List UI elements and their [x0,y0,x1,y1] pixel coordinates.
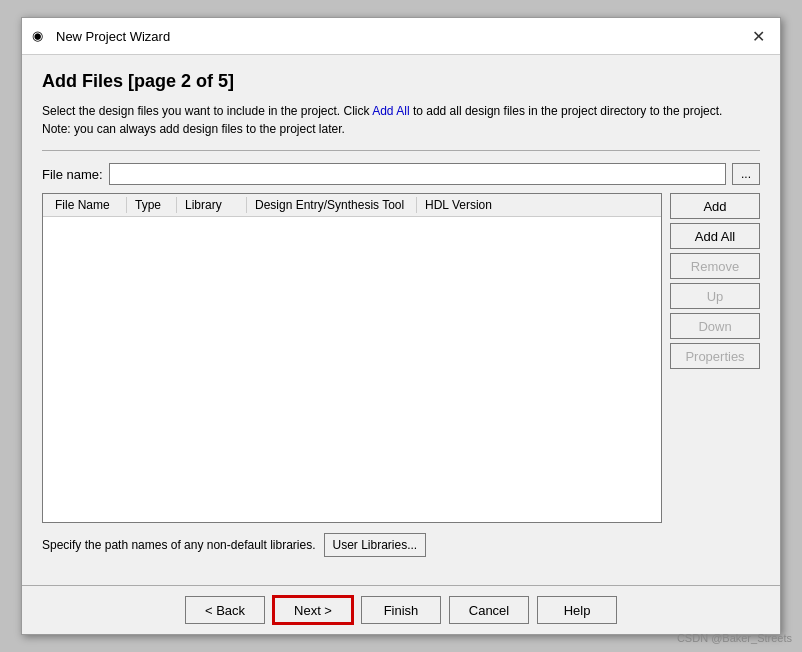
down-button[interactable]: Down [670,313,760,339]
file-table: File Name Type Library Design Entry/Synt… [42,193,662,523]
libraries-text: Specify the path names of any non-defaul… [42,538,316,552]
description-text: Select the design files you want to incl… [42,102,760,138]
main-area: File Name Type Library Design Entry/Synt… [42,193,760,523]
watermark: CSDN @Baker_Streets [677,632,792,644]
help-button[interactable]: Help [537,596,617,624]
col-design: Design Entry/Synthesis Tool [247,197,417,213]
title-bar-left: ◉ New Project Wizard [32,28,170,44]
libraries-row: Specify the path names of any non-defaul… [42,533,760,557]
title-bar: ◉ New Project Wizard ✕ [22,18,780,55]
remove-button[interactable]: Remove [670,253,760,279]
file-name-input[interactable] [109,163,726,185]
finish-button[interactable]: Finish [361,596,441,624]
dialog-title: New Project Wizard [56,29,170,44]
properties-button[interactable]: Properties [670,343,760,369]
dialog-content: Add Files [page 2 of 5] Select the desig… [22,55,780,585]
next-button[interactable]: Next > [273,596,353,624]
desc-add-all: Add All [372,104,409,118]
file-name-label: File name: [42,167,103,182]
col-filename: File Name [47,197,127,213]
divider [42,150,760,151]
page-title: Add Files [page 2 of 5] [42,71,760,92]
col-hdl: HDL Version [417,197,507,213]
col-library: Library [177,197,247,213]
browse-button[interactable]: ... [732,163,760,185]
cancel-button[interactable]: Cancel [449,596,529,624]
file-name-row: File name: ... [42,163,760,185]
table-header: File Name Type Library Design Entry/Synt… [43,194,661,217]
app-icon: ◉ [32,28,48,44]
close-button[interactable]: ✕ [746,24,770,48]
add-button[interactable]: Add [670,193,760,219]
desc-line1-mid: to add all design files in the project d… [410,104,723,118]
col-type: Type [127,197,177,213]
side-buttons: Add Add All Remove Up Down Properties [670,193,760,523]
user-libraries-button[interactable]: User Libraries... [324,533,427,557]
bottom-bar: < Back Next > Finish Cancel Help [22,585,780,634]
dialog-window: ◉ New Project Wizard ✕ Add Files [page 2… [21,17,781,635]
up-button[interactable]: Up [670,283,760,309]
back-button[interactable]: < Back [185,596,265,624]
add-all-button[interactable]: Add All [670,223,760,249]
desc-line1-start: Select the design files you want to incl… [42,104,372,118]
desc-line2: Note: you can always add design files to… [42,122,345,136]
